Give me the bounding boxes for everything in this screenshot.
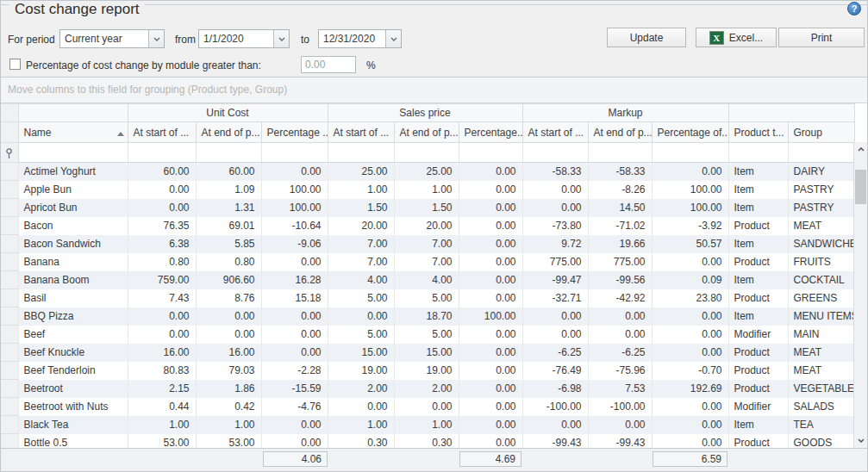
cell-sales-price-pct[interactable]: 0.00 [459,416,522,434]
cell-markup-end[interactable]: -99.43 [588,434,652,449]
cell-markup-end[interactable]: 775.00 [588,253,652,271]
from-date-select[interactable]: 1/1/2020 [198,29,290,48]
cell-markup-pct[interactable]: 0.00 [652,434,728,449]
cell-sales-price-end[interactable]: 20.00 [394,217,459,235]
cell-product-type[interactable]: Product [728,362,788,380]
cell-markup-start[interactable]: -32.71 [522,289,588,307]
cell-sales-price-pct[interactable]: 0.00 [459,434,522,449]
table-row[interactable]: Bottle 0.553.0053.000.000.300.300.00-99.… [1,434,854,449]
cell-sales-price-pct[interactable]: 0.00 [459,163,522,181]
cell-name[interactable]: Bacon [18,217,128,235]
vertical-scrollbar[interactable] [853,142,867,448]
cell-sales-price-start[interactable]: 0.00 [328,307,394,326]
cell-product-type[interactable]: Item [728,271,788,289]
cell-sales-price-pct[interactable]: 0.00 [459,217,522,235]
cell-markup-pct[interactable]: 0.00 [652,398,728,416]
cell-group[interactable]: DAIRY [788,163,854,181]
cell-sales-price-end[interactable]: 2.00 [394,380,459,398]
cell-unit-cost-start[interactable]: 0.00 [128,199,196,217]
cell-name[interactable]: Beef Tenderloin [18,362,128,380]
table-row[interactable]: Banana Boom759.00906.6016.284.004.000.00… [1,271,854,289]
cell-unit-cost-start[interactable]: 0.44 [128,398,196,416]
chevron-down-icon[interactable] [273,30,289,47]
chevron-down-icon[interactable] [385,30,401,47]
cell-sales-price-end[interactable]: 7.00 [394,253,459,271]
cell-markup-start[interactable]: -100.00 [522,398,588,416]
cell-markup-start[interactable]: -99.43 [522,434,588,449]
cell-unit-cost-start[interactable]: 53.00 [128,434,196,449]
table-row[interactable]: Bacon Sandwich6.385.85-9.067.007.000.009… [1,235,854,253]
cell-unit-cost-start[interactable]: 0.00 [128,307,196,326]
column-header-sales-price-pct[interactable]: Percentage... [459,122,522,143]
cell-name[interactable]: Banana [18,253,128,271]
cell-unit-cost-end[interactable]: 16.00 [196,344,261,362]
cell-markup-start[interactable]: 0.00 [522,181,588,199]
cell-sales-price-start[interactable]: 7.00 [328,253,394,271]
cell-sales-price-pct[interactable]: 0.00 [459,380,522,398]
cell-unit-cost-end[interactable]: 69.01 [196,217,261,235]
filter-cell[interactable] [394,143,459,163]
cell-sales-price-end[interactable]: 15.00 [394,344,459,362]
cell-unit-cost-end[interactable]: 0.00 [196,326,261,344]
cell-sales-price-end[interactable]: 1.00 [394,416,459,434]
cell-sales-price-start[interactable]: 20.00 [328,217,394,235]
cell-sales-price-end[interactable]: 1.50 [394,199,459,217]
cell-unit-cost-start[interactable]: 60.00 [128,163,196,181]
table-row[interactable]: Beef Tenderloin80.8379.03-2.2819.0019.00… [1,362,854,380]
cell-sales-price-start[interactable]: 19.00 [328,362,394,380]
scroll-up-icon[interactable] [854,142,867,157]
cell-unit-cost-pct[interactable]: -2.28 [261,362,328,380]
band-sales-price[interactable]: Sales price [328,104,522,122]
cell-markup-end[interactable]: -99.56 [588,271,652,289]
cell-markup-pct[interactable]: 100.00 [652,199,728,217]
cell-unit-cost-end[interactable]: 1.86 [196,380,261,398]
cell-unit-cost-end[interactable]: 1.31 [196,199,261,217]
cell-sales-price-start[interactable]: 0.30 [328,434,394,449]
cell-sales-price-pct[interactable]: 0.00 [459,235,522,253]
update-button[interactable]: Update [607,28,686,47]
filter-cell[interactable] [196,143,261,163]
cell-sales-price-start[interactable]: 4.00 [328,271,394,289]
cell-unit-cost-pct[interactable]: 100.00 [261,181,328,199]
cell-unit-cost-end[interactable]: 60.00 [196,163,261,181]
cell-markup-pct[interactable]: 50.57 [652,235,728,253]
cell-markup-pct[interactable]: 192.69 [652,380,728,398]
cell-markup-end[interactable]: 7.53 [588,380,652,398]
cell-unit-cost-start[interactable]: 76.35 [128,217,196,235]
cell-group[interactable]: MENU ITEMS [788,307,854,326]
cell-unit-cost-start[interactable]: 80.83 [128,362,196,380]
cell-name[interactable]: Black Tea [18,416,128,434]
cell-sales-price-end[interactable]: 5.00 [394,289,459,307]
cell-markup-pct[interactable]: 100.00 [652,181,728,199]
band-unit-cost[interactable]: Unit Cost [128,104,328,122]
cell-product-type[interactable]: Item [728,307,788,326]
cell-product-type[interactable]: Item [728,416,788,434]
cell-markup-start[interactable]: -99.47 [522,271,588,289]
cell-unit-cost-pct[interactable]: 0.00 [261,416,328,434]
cell-sales-price-start[interactable]: 15.00 [328,344,394,362]
cell-name[interactable]: Beetroot [18,380,128,398]
cell-unit-cost-end[interactable]: 1.09 [196,181,261,199]
cell-sales-price-start[interactable]: 5.00 [328,326,394,344]
cell-markup-pct[interactable]: 0.00 [652,307,728,326]
cell-markup-start[interactable]: -6.98 [522,380,588,398]
table-row[interactable]: Beef Knuckle16.0016.000.0015.0015.000.00… [1,344,854,362]
filter-cell[interactable] [459,143,522,163]
cell-name[interactable]: Beetroot with Nuts [18,398,128,416]
cell-sales-price-pct[interactable]: 0.00 [459,362,522,380]
help-icon[interactable]: ? [847,2,861,16]
cell-name[interactable]: Bacon Sandwich [18,235,128,253]
cell-unit-cost-end[interactable]: 906.60 [196,271,261,289]
filter-cell[interactable] [18,143,128,163]
table-row[interactable]: Beetroot with Nuts0.440.42-4.760.000.000… [1,398,854,416]
cell-sales-price-pct[interactable]: 0.00 [459,344,522,362]
cell-markup-pct[interactable]: 23.80 [652,289,728,307]
cell-markup-start[interactable]: 775.00 [522,253,588,271]
excel-button[interactable]: X Excel... [696,28,777,47]
cell-sales-price-pct[interactable]: 0.00 [459,181,522,199]
cell-markup-end[interactable]: -75.96 [588,362,652,380]
cell-group[interactable]: VEGETABLES [788,380,854,398]
cell-unit-cost-end[interactable]: 0.42 [196,398,261,416]
cell-markup-end[interactable]: -42.92 [588,289,652,307]
filter-cell[interactable] [652,143,728,163]
